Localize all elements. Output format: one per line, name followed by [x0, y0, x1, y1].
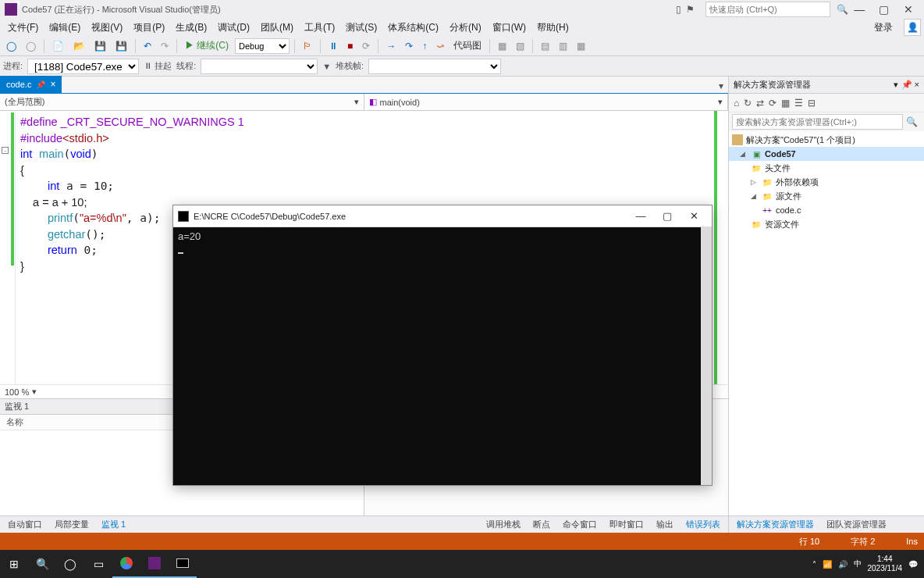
fold-icon[interactable]: - — [2, 147, 9, 154]
signin-link[interactable]: 登录 — [869, 20, 897, 36]
step-over-button[interactable]: ↷ — [402, 39, 416, 53]
step-out-button[interactable]: ↑ — [419, 39, 430, 53]
sol-fwd-icon[interactable]: ⇄ — [756, 98, 764, 109]
pin-icon[interactable]: 📌 — [36, 80, 45, 89]
volume-icon[interactable]: 🔊 — [838, 560, 848, 569]
tb-ex4[interactable]: ▥ — [556, 39, 570, 53]
save-button[interactable]: 💾 — [91, 39, 109, 53]
search-icon[interactable]: 🔍 — [837, 4, 848, 15]
console-min-button[interactable]: — — [627, 210, 654, 222]
restart-button[interactable]: ⟳ — [359, 39, 373, 53]
codeview-button[interactable]: 代码图 — [450, 37, 485, 54]
tb-ex2[interactable]: ▧ — [513, 39, 528, 53]
console-scrollbar[interactable] — [701, 227, 712, 485]
tb-ex3[interactable]: ▤ — [538, 39, 553, 53]
start-button[interactable]: ⊞ — [0, 550, 28, 578]
sol-close-icon[interactable]: × — [915, 80, 919, 89]
wifi-icon[interactable]: 📶 — [823, 560, 832, 569]
system-tray[interactable]: ˄ 📶 🔊 中 1:442023/11/4 💬 — [806, 555, 925, 573]
sol-dropdown-icon[interactable]: ▾ — [894, 80, 898, 89]
sol-back-icon[interactable]: ↻ — [744, 98, 752, 109]
menu-build[interactable]: 生成(B) — [171, 20, 211, 36]
tree-external[interactable]: ▷📁外部依赖项 — [729, 175, 924, 189]
undo-button[interactable]: ↶ — [140, 39, 155, 53]
menu-arch[interactable]: 体系结构(C) — [383, 20, 443, 36]
tb-ex1[interactable]: ▦ — [495, 39, 510, 53]
stack-select[interactable] — [368, 59, 501, 74]
clock[interactable]: 1:442023/11/4 — [868, 555, 903, 573]
tray-expand-icon[interactable]: ˄ — [812, 560, 816, 569]
new-button[interactable]: 📄 — [49, 39, 67, 53]
console-titlebar[interactable]: E:\NCRE C\Code57\Debug\Code57.exe — ▢ ✕ — [173, 205, 712, 227]
tab-dropdown-icon[interactable]: ▾ — [714, 79, 728, 93]
function-dropdown[interactable]: ◧main(void)▾ — [364, 94, 729, 110]
menu-debug[interactable]: 调试(D) — [213, 20, 254, 36]
redo-button[interactable]: ↷ — [158, 39, 172, 53]
tab-errorlist[interactable]: 错误列表 — [681, 517, 725, 532]
taskview-button[interactable]: ▭ — [84, 550, 112, 578]
nav-back-button[interactable]: ◯ — [3, 39, 20, 53]
tree-project[interactable]: ◢▣Code57 — [729, 147, 924, 161]
cortana-button[interactable]: ◯ — [56, 550, 84, 578]
menu-view[interactable]: 视图(V) — [87, 20, 127, 36]
menu-test[interactable]: 测试(S) — [341, 20, 382, 36]
notify-icon[interactable]: ▯ — [676, 4, 681, 15]
tab-immediate[interactable]: 即时窗口 — [605, 517, 649, 532]
console-output[interactable]: a=20 — [173, 227, 712, 485]
pause-button[interactable]: ⏸ — [325, 39, 341, 53]
tree-headers[interactable]: 📁头文件 — [729, 161, 924, 175]
watch-col-name[interactable]: 名称 — [0, 415, 182, 430]
sol-showall-icon[interactable]: ▦ — [781, 98, 790, 109]
nav-fwd-button[interactable]: ◯ — [23, 39, 39, 53]
tab-watch1[interactable]: 监视 1 — [97, 517, 130, 532]
chrome-button[interactable] — [112, 550, 140, 578]
tab-output[interactable]: 输出 — [652, 517, 678, 532]
close-button[interactable]: ✕ — [897, 3, 919, 16]
tab-command[interactable]: 命令窗口 — [558, 517, 602, 532]
restore-button[interactable]: ▢ — [873, 3, 895, 16]
tab-solution-explorer[interactable]: 解决方案资源管理器 — [732, 517, 819, 532]
gutter[interactable]: - — [0, 111, 16, 384]
ime-indicator[interactable]: 中 — [854, 558, 862, 569]
solution-tree[interactable]: 解决方案"Code57"(1 个项目) ◢▣Code57 📁头文件 ▷📁外部依赖… — [729, 131, 924, 516]
tree-code-c[interactable]: ++code.c — [729, 203, 924, 217]
menu-window[interactable]: 窗口(W) — [488, 20, 531, 36]
thread-select[interactable] — [201, 59, 318, 74]
menu-tools[interactable]: 工具(T) — [300, 20, 339, 36]
sol-props-icon[interactable]: ☰ — [794, 98, 803, 109]
console-close-button[interactable]: ✕ — [681, 210, 707, 222]
menu-help[interactable]: 帮助(H) — [532, 20, 574, 36]
console-window[interactable]: E:\NCRE C\Code57\Debug\Code57.exe — ▢ ✕ … — [172, 205, 713, 486]
tab-breakpoints[interactable]: 断点 — [528, 517, 555, 532]
scope-dropdown[interactable]: (全局范围)▾ — [0, 94, 364, 110]
tree-source[interactable]: ◢📁源文件 — [729, 189, 924, 203]
tab-code-c[interactable]: code.c 📌 × — [0, 76, 62, 93]
save-all-button[interactable]: 💾 — [112, 39, 130, 53]
tab-close-icon[interactable]: × — [50, 79, 55, 90]
tree-resources[interactable]: 📁资源文件 — [729, 217, 924, 231]
solution-search-input[interactable] — [732, 114, 903, 130]
tb-ex5[interactable]: ▦ — [574, 39, 588, 53]
stop-button[interactable]: ■ — [344, 39, 356, 53]
tree-solution[interactable]: 解决方案"Code57"(1 个项目) — [729, 133, 924, 147]
search-icon[interactable]: 🔍 — [903, 116, 921, 127]
search-button[interactable]: 🔍 — [28, 550, 56, 578]
continue-button[interactable]: ▶ 继续(C) — [182, 37, 232, 54]
avatar-icon[interactable]: 👤 — [904, 19, 921, 36]
filter-icon[interactable]: ▼ — [322, 62, 331, 71]
tab-callstack[interactable]: 调用堆栈 — [482, 517, 525, 532]
notifications-icon[interactable]: 💬 — [908, 560, 918, 569]
config-select[interactable]: Debug — [235, 38, 290, 54]
suspend-button[interactable]: ⏸ 挂起 — [144, 60, 172, 72]
menu-team[interactable]: 团队(M) — [256, 20, 298, 36]
sol-home-icon[interactable]: ⌂ — [734, 98, 739, 109]
step-btn[interactable]: ⤻ — [433, 39, 447, 53]
flag-btn[interactable]: 🏳 — [300, 39, 315, 53]
menu-edit[interactable]: 编辑(E) — [44, 20, 85, 36]
tab-autos[interactable]: 自动窗口 — [3, 517, 47, 532]
menu-project[interactable]: 项目(P) — [129, 20, 169, 36]
menu-analyze[interactable]: 分析(N) — [445, 20, 486, 36]
quick-launch-input[interactable] — [705, 2, 830, 17]
open-button[interactable]: 📂 — [70, 39, 88, 53]
sol-pin-icon[interactable]: 📌 — [901, 80, 912, 89]
